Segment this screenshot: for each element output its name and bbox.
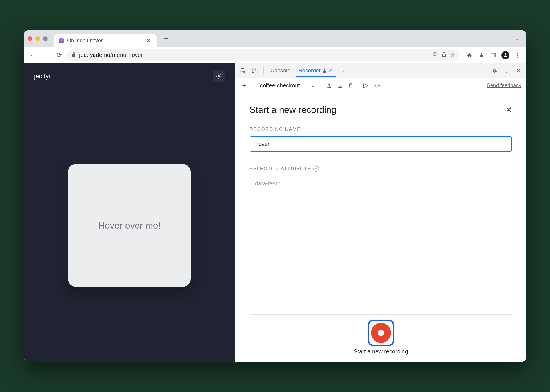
address-actions: ☆ [433,52,455,58]
recording-select-value: coffee checkout [260,82,300,89]
svg-line-14 [220,74,221,75]
svg-rect-18 [363,84,364,88]
site-name: jec.fyi [34,73,50,80]
tabs-dropdown-icon[interactable]: ⌄ [515,35,519,42]
svg-rect-17 [254,70,257,73]
recorder-title: Start a new recording [250,105,336,115]
delete-icon[interactable] [348,83,353,89]
theme-toggle-button[interactable] [213,70,225,82]
page-header: jec.fyi [24,63,235,89]
profile-avatar[interactable] [501,50,510,60]
flask-icon [322,68,326,73]
svg-point-6 [218,75,220,77]
reload-button[interactable]: ⟳ [54,50,64,60]
browser-window: On menu hover ✕ + ⌄ ← → ⟳ jec.fyi/demo/m… [24,30,526,362]
extensions-icon[interactable] [465,50,474,60]
svg-line-12 [220,78,221,78]
close-form-icon[interactable]: ✕ [505,105,512,115]
hover-card-text: Hover over me! [98,220,161,231]
device-toggle-icon[interactable] [250,66,259,75]
window-close-button[interactable] [28,36,32,41]
recorder-toolbar: + coffee checkout ⌄ [235,78,526,93]
selector-attribute-input[interactable] [250,176,512,191]
forward-button[interactable]: → [41,50,51,60]
devtools-menu-icon[interactable]: ⋮ [502,66,511,75]
tab-title: On menu hover [67,38,142,44]
svg-line-1 [433,55,437,56]
recorder-form: Start a new recording ✕ RECORDING NAME S… [235,93,526,362]
svg-rect-3 [491,53,496,57]
replay-icon[interactable] [363,83,369,88]
page-panel: jec.fyi Hover over me! [24,63,235,362]
close-recorder-tab-icon[interactable]: ✕ [329,67,333,74]
record-icon [371,323,391,343]
tab-console[interactable]: Console [268,65,293,77]
close-tab-icon[interactable]: ✕ [145,36,152,45]
lock-icon [72,52,76,58]
window-controls [28,36,48,41]
send-feedback-link[interactable]: Send feedback [487,83,521,89]
svg-line-13 [217,78,217,78]
window-maximize-button[interactable] [43,36,48,41]
zoom-out-icon[interactable] [433,52,438,58]
side-panel-icon[interactable] [489,50,498,60]
browser-tab[interactable]: On menu hover ✕ [54,34,157,47]
import-icon[interactable] [337,83,343,89]
start-recording-label: Start a new recording [354,348,408,355]
devtools-panel: Console Recorder ✕ » ⋮ ✕ + [235,63,526,362]
devtools-settings-icon[interactable] [490,66,499,75]
help-icon[interactable]: ? [313,166,319,172]
chevron-down-icon: ⌄ [311,83,315,88]
sun-icon [216,73,222,79]
export-icon[interactable] [326,83,332,89]
page-center: Hover over me! [24,89,235,362]
start-recording-button[interactable] [368,320,394,346]
devtools-close-icon[interactable]: ✕ [514,66,523,75]
bookmark-star-icon[interactable]: ☆ [450,52,455,58]
selector-attribute-label: SELECTOR ATTRIBUTE ? [250,166,512,172]
recorder-footer: Start a new recording [250,314,512,362]
new-tab-button[interactable]: + [161,33,171,44]
hover-card[interactable]: Hover over me! [68,164,191,287]
browser-toolbar-icons: ⋮ [465,50,522,60]
recording-select[interactable]: coffee checkout ⌄ [258,81,317,90]
share-icon[interactable] [442,52,446,58]
speed-icon[interactable] [374,83,380,88]
devtools-tab-bar: Console Recorder ✕ » ⋮ ✕ [235,63,526,78]
favicon-icon [59,38,64,43]
address-bar[interactable]: jec.fyi/demo/menu-hover ☆ [67,49,459,61]
svg-point-5 [505,53,506,55]
inspect-element-icon[interactable] [239,66,248,75]
new-recording-button[interactable]: + [240,81,248,90]
url-text: jec.fyi/demo/menu-hover [79,52,143,58]
address-bar-row: ← → ⟳ jec.fyi/demo/menu-hover ☆ [24,47,526,63]
window-minimize-button[interactable] [35,36,40,41]
tab-recorder[interactable]: Recorder ✕ [296,65,336,77]
more-tabs-icon[interactable]: » [338,66,347,75]
browser-menu-icon[interactable]: ⋮ [513,50,522,60]
tab-bar: On menu hover ✕ + ⌄ [24,30,526,47]
back-button[interactable]: ← [28,50,38,60]
recording-name-input[interactable] [250,136,512,152]
labs-icon[interactable] [477,50,486,60]
recording-name-label: RECORDING NAME [250,127,512,132]
svg-line-19 [377,85,379,87]
content-row: jec.fyi Hover over me! C [24,63,526,362]
svg-line-11 [217,74,217,75]
